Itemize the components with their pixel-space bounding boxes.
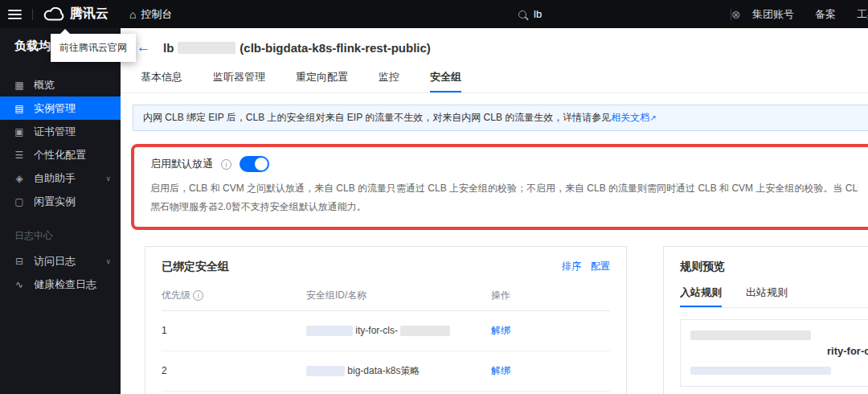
back-button[interactable]: ← — [137, 39, 150, 55]
redacted-block — [690, 367, 831, 375]
default-pass-section-annotation: 启用默认放通 i 启用后，CLB 和 CVM 之间默认放通，来自 CLB 的流量… — [131, 144, 868, 230]
tools-menu[interactable]: 工具 — [857, 7, 868, 22]
info-banner: 内网 CLB 绑定 EIP 后，CLB 上的安全组对来自 EIP 的流量不生效，… — [133, 105, 868, 131]
default-pass-label: 启用默认放通 — [150, 157, 213, 171]
description-line-2: 黑石物理服务器2.0暂不支持安全组默认放通能力。 — [150, 198, 858, 216]
bound-card-title: 已绑定安全组 — [162, 260, 229, 274]
configure-button[interactable]: 配置 — [591, 260, 610, 273]
table-row: 2 big-data-k8s策略 解绑 — [162, 351, 610, 392]
tab-inbound-rules[interactable]: 入站规则 — [680, 285, 722, 307]
default-pass-description: 启用后，CLB 和 CVM 之间默认放通，来自 CLB 的流量只需通过 CLB … — [150, 179, 858, 216]
unbind-button[interactable]: 解绑 — [491, 365, 510, 376]
toggle-knob — [255, 158, 268, 170]
rule-group-entry[interactable]: rity-for-cls-c — [680, 319, 868, 387]
cards-row: 已绑定安全组 排序 配置 优先级 i 安全组ID/名称 操作 1 ity-for… — [121, 246, 868, 394]
sort-button[interactable]: 排序 — [562, 260, 581, 273]
tab-monitoring[interactable]: 监控 — [379, 67, 399, 92]
divider — [32, 9, 33, 20]
page-title: lb (clb-bigdata-k8s-flink-rest-public) — [163, 41, 431, 55]
top-bar: 腾讯云 ⌂ 控制台 ⊗ 集团账号 备案 工具 — [0, 0, 868, 28]
rule-group-name-fragment: rity-for-cls-c — [827, 345, 868, 357]
sidebar-item-instances[interactable]: ▤ 实例管理 — [0, 96, 121, 120]
main-content: ← lb (clb-bigdata-k8s-flink-rest-public)… — [121, 28, 868, 394]
redacted-block — [306, 366, 345, 376]
title-prefix: lb — [163, 41, 174, 55]
sidebar: 负载均衡 ▦ 概览 ▤ 实例管理 ▣ 证书管理 ☰ 个性化配置 ◈ 自助助手 ∨… — [0, 28, 121, 394]
sidebar-item-label: 闲置实例 — [34, 195, 76, 209]
action-cell: 解绑 — [491, 324, 610, 338]
sidebar-item-label: 概览 — [34, 78, 55, 92]
redacted-block — [178, 42, 235, 54]
brand-name: 腾讯云 — [70, 6, 108, 23]
sg-name-fragment: big-data-k8s策略 — [347, 365, 420, 376]
priority-cell: 2 — [162, 365, 306, 376]
pulse-log-icon: ∿ — [14, 279, 25, 290]
sidebar-item-self-helper[interactable]: ◈ 自助助手 ∨ — [0, 166, 121, 190]
column-sg-id-name: 安全组ID/名称 — [306, 289, 491, 302]
home-icon: ⌂ — [129, 8, 136, 21]
console-link[interactable]: ⌂ 控制台 — [129, 7, 172, 22]
certificate-icon: ▣ — [14, 126, 25, 137]
priority-cell: 1 — [162, 325, 306, 336]
chevron-down-icon: ∨ — [105, 257, 111, 265]
sidebar-item-label: 个性化配置 — [34, 148, 86, 162]
sidebar-item-personalization[interactable]: ☰ 个性化配置 — [0, 143, 121, 166]
sidebar-item-label: 访问日志 — [34, 254, 76, 269]
sg-name-cell: big-data-k8s策略 — [306, 364, 491, 378]
column-action: 操作 — [491, 289, 610, 302]
rule-preview-tabs: 入站规则 出站规则 — [680, 285, 868, 308]
tab-outbound-rules[interactable]: 出站规则 — [746, 285, 788, 307]
default-pass-toggle-row: 启用默认放通 i — [150, 156, 858, 172]
column-priority: 优先级 i — [162, 289, 306, 302]
console-label: 控制台 — [141, 7, 172, 22]
unbind-button[interactable]: 解绑 — [491, 325, 510, 336]
rule-preview-card: 规则预览 入站规则 出站规则 rity-for-cls-c ▶ 策略 — [663, 246, 868, 394]
bound-security-groups-card: 已绑定安全组 排序 配置 优先级 i 安全组ID/名称 操作 1 ity-for… — [145, 246, 627, 394]
account-menu[interactable]: 集团账号 — [752, 7, 794, 22]
related-docs-link[interactable]: 相关文档 — [611, 112, 649, 123]
sidebar-item-label: 证书管理 — [34, 125, 76, 139]
calendar-log-icon: ⊟ — [14, 256, 25, 267]
sg-name-cell: ity-for-cls- — [306, 325, 491, 336]
idle-instance-icon: ▢ — [14, 196, 25, 207]
topbar-right-menu: 集团账号 备案 工具 — [731, 0, 868, 28]
default-pass-toggle[interactable] — [240, 156, 269, 172]
rule-preview-title: 规则预览 — [680, 260, 868, 274]
sidebar-item-label: 自助助手 — [34, 171, 76, 186]
redacted-block — [400, 326, 450, 336]
sidebar-item-healthcheck-logs[interactable]: ∿ 健康检查日志 — [0, 273, 121, 296]
tab-basic-info[interactable]: 基本信息 — [141, 67, 182, 92]
info-icon[interactable]: i — [193, 290, 203, 301]
external-link-icon: ↗ — [649, 113, 656, 122]
search-input[interactable] — [534, 8, 719, 20]
helper-icon: ◈ — [14, 173, 25, 184]
sidebar-nav: ▦ 概览 ▤ 实例管理 ▣ 证书管理 ☰ 个性化配置 ◈ 自助助手 ∨ ▢ 闲置… — [0, 73, 121, 296]
bound-card-header: 已绑定安全组 排序 配置 — [162, 260, 610, 274]
detail-tabs: 基本信息 监听器管理 重定向配置 监控 安全组 — [121, 67, 868, 93]
tab-redirect-config[interactable]: 重定向配置 — [296, 67, 348, 92]
sidebar-item-idle-instances[interactable]: ▢ 闲置实例 — [0, 190, 121, 213]
redacted-block — [690, 330, 811, 340]
divider — [731, 9, 731, 20]
global-search[interactable]: ⊗ — [518, 0, 751, 28]
sidebar-item-overview[interactable]: ▦ 概览 — [0, 73, 121, 96]
info-icon[interactable]: i — [221, 159, 231, 170]
sidebar-item-certificates[interactable]: ▣ 证书管理 — [0, 120, 121, 143]
chevron-down-icon: ∨ — [105, 174, 111, 183]
sidebar-item-label: 健康检查日志 — [34, 277, 96, 292]
tab-security-group[interactable]: 安全组 — [430, 67, 461, 92]
sliders-icon: ☰ — [14, 150, 25, 161]
brand-logo[interactable]: 腾讯云 — [43, 6, 108, 23]
tab-listener-management[interactable]: 监听器管理 — [213, 67, 265, 92]
sidebar-item-access-logs[interactable]: ⊟ 访问日志 ∨ — [0, 249, 121, 273]
search-icon — [518, 10, 526, 18]
bound-card-actions: 排序 配置 — [562, 260, 610, 273]
cloud-logo-icon — [43, 7, 64, 22]
beian-menu[interactable]: 备案 — [815, 7, 836, 22]
page-header: ← lb (clb-bigdata-k8s-flink-rest-public) — [121, 28, 868, 67]
table-header: 优先级 i 安全组ID/名称 操作 — [162, 289, 610, 311]
table-row: 1 ity-for-cls- 解绑 — [162, 311, 610, 351]
hamburger-menu-icon[interactable] — [8, 7, 22, 22]
banner-text: 内网 CLB 绑定 EIP 后，CLB 上的安全组对来自 EIP 的流量不生效，… — [143, 112, 611, 123]
tooltip: 前往腾讯云官网 — [51, 34, 136, 62]
